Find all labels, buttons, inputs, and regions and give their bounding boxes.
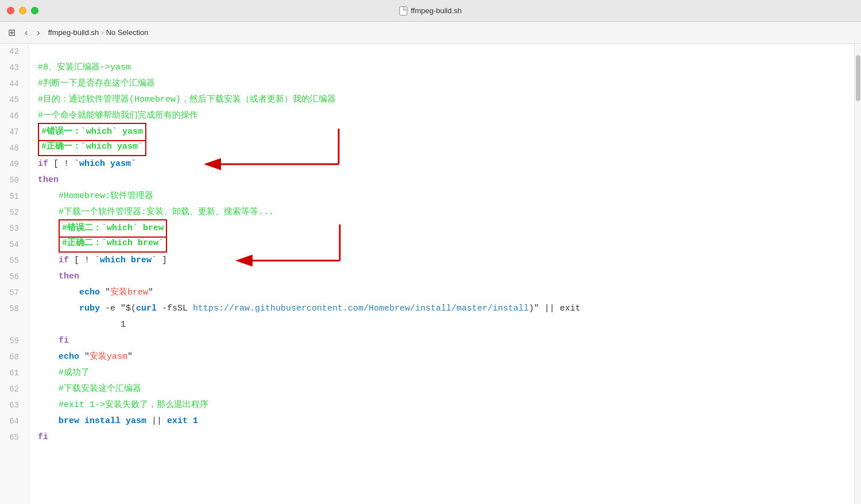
code-line-46: #一个命令就能够帮助我们完成所有的操作 [38,108,854,124]
breadcrumb-filename: ffmpeg-build.sh [48,28,99,37]
code-line-45: #目的：通过软件管理器(Homebrew)，然后下载安装（或者更新）我的汇编器 [38,92,854,108]
line-60-echo: echo [59,349,79,365]
line-49-if: if [38,156,48,172]
ln-50: 50 [0,172,24,188]
ln-44: 44 [0,76,24,92]
line-58-ruby: ruby [79,301,100,317]
line-64-exit: exit 1 [167,413,198,429]
ln-56: 56 [0,269,24,285]
traffic-lights [7,7,38,14]
breadcrumb: ffmpeg-build.sh › No Selection [48,28,149,37]
line-49-which: which yasm [79,156,131,172]
code-line-49: if [ ! ` which yasm ` [38,156,854,172]
line-numbers: 42 43 44 45 46 47 48 49 50 51 52 53 54 5… [0,44,29,504]
ln-59: 59 [0,333,24,349]
line-48-box: #正确一：`which yasm` [38,139,146,156]
line-49-close: ` [131,156,136,172]
ln-43: 43 [0,60,24,76]
line-61-text: #成功了 [38,365,90,381]
ln-48: 48 [0,140,24,156]
code-line-62: #下载安装这个汇编器 [38,381,854,397]
ln-62: 62 [0,381,24,397]
code-line-44: #判断一下是否存在这个汇编器 [38,76,854,92]
window-filename: ffmpeg-build.sh [411,6,462,15]
code-line-48: #正确一：`which yasm` [38,140,854,156]
code-line-58: ruby -e "$( curl -fsSL https://raw.githu… [38,301,854,317]
code-line-54: #正确二：`which brew` [38,237,854,253]
ln-54: 54 [0,237,24,253]
toolbar: ⊞ ‹ › ffmpeg-build.sh › No Selection [0,22,861,44]
ln-61: 61 [0,365,24,381]
code-line-60: echo " 安装yasm " [38,349,854,365]
line-52-text: #下载一个软件管理器:安装、卸载、更新、搜索等等... [38,204,274,220]
grid-button[interactable]: ⊞ [5,25,19,40]
code-line-61: #成功了 [38,365,854,381]
minimize-button[interactable] [19,7,26,14]
ln-64: 64 [0,413,24,429]
line-44-text: #判断一下是否存在这个汇编器 [38,76,155,92]
maximize-button[interactable] [31,7,38,14]
line-45-text: #目的：通过软件管理器(Homebrew)，然后下载安装（或者更新）我的汇编器 [38,92,336,108]
file-icon [400,6,408,15]
forward-button[interactable]: › [33,25,43,40]
back-button[interactable]: ‹ [21,25,31,40]
ln-52: 52 [0,204,24,220]
line-58-curl: curl [136,301,157,317]
line-55-close: ` ] [152,253,167,269]
breadcrumb-sep: › [101,28,103,37]
line-62-text: #下载安装这个汇编器 [38,381,141,397]
scrollbar-thumb[interactable] [856,55,860,101]
line-65-fi: fi [38,429,48,445]
ln-46: 46 [0,108,24,124]
window-title: ffmpeg-build.sh [400,6,462,15]
ln-45: 45 [0,92,24,108]
line-60-str: 安装yasm [90,349,127,365]
code-line-59: fi [38,333,854,349]
line-57-echo: echo [79,285,100,301]
code-line-50: then [38,172,854,188]
line-56-then: then [59,269,79,285]
line-55-which: which brew [100,253,152,269]
code-line-65: fi [38,429,854,445]
line-50-then: then [38,172,59,188]
line-54-box: #正确二：`which brew` [59,235,167,253]
close-button[interactable] [7,7,14,14]
ln-65: 65 [0,429,24,445]
ln-55: 55 [0,253,24,269]
ln-51: 51 [0,188,24,204]
code-line-55: if [ ! ` which brew ` ] [38,253,854,269]
ln-53: 53 [0,220,24,237]
line-49-bracket: [ ! ` [48,156,79,172]
line-55-if: if [59,253,69,269]
line-59-fi: fi [59,333,69,349]
code-content: #8、安装汇编器->yasm #判断一下是否存在这个汇编器 #目的：通过软件管理… [29,44,854,504]
ln-47: 47 [0,124,24,140]
ln-58: 58 [0,301,24,317]
breadcrumb-selection: No Selection [106,28,149,37]
ln-57: 57 [0,285,24,301]
line-51-text: #Homebrew:软件管理器 [38,188,153,204]
code-line-42 [38,44,854,60]
titlebar: ffmpeg-build.sh [0,0,861,22]
scrollbar[interactable] [854,44,861,504]
code-line-53: #错误二：`which` brew [38,220,854,237]
code-line-56: then [38,269,854,285]
line-43-text: #8、安装汇编器->yasm [38,60,131,76]
ln-60: 60 [0,349,24,365]
code-area: 42 43 44 45 46 47 48 49 50 51 52 53 54 5… [0,44,861,504]
code-line-51: #Homebrew:软件管理器 [38,188,854,204]
line-58-url: https://raw.githubusercontent.com/Homebr… [193,301,529,317]
code-line-63: #exit 1->安装失败了，那么退出程序 [38,397,854,413]
ln-42: 42 [0,44,24,60]
ln-58b [0,317,24,333]
line-64-brew: brew install yasm [59,413,146,429]
line-46-text: #一个命令就能够帮助我们完成所有的操作 [38,108,198,124]
code-line-52: #下载一个软件管理器:安装、卸载、更新、搜索等等... [38,204,854,220]
code-line-64: brew install yasm || exit 1 [38,413,854,429]
code-line-43: #8、安装汇编器->yasm [38,60,854,76]
ln-63: 63 [0,397,24,413]
code-line-58b: 1 [38,317,854,333]
ln-49: 49 [0,156,24,172]
line-57-str: 安装brew [110,285,148,301]
line-55-bracket: [ ! ` [69,253,100,269]
